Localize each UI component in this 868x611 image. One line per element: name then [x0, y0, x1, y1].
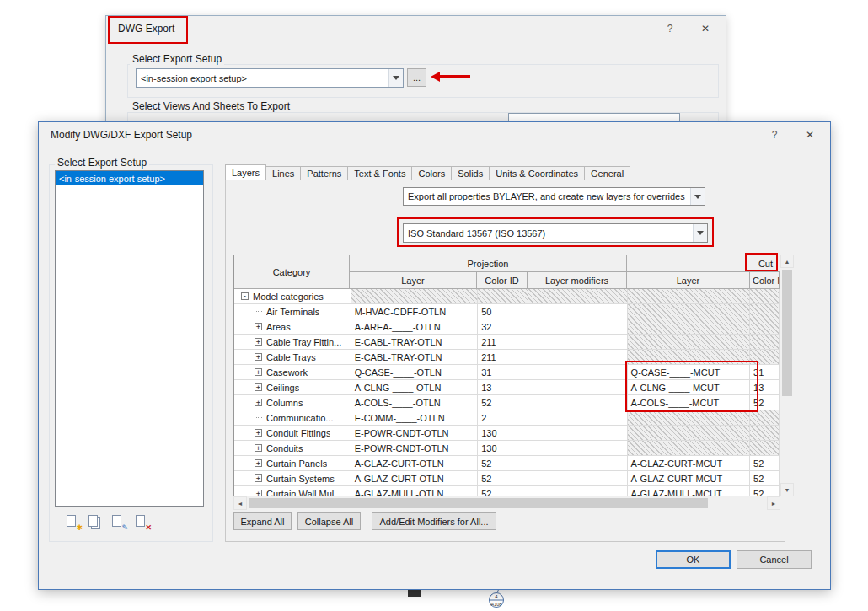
table-cell[interactable]: E-CABL-TRAY-OTLN [351, 335, 479, 350]
table-cell[interactable] [528, 486, 628, 496]
horizontal-scroll-thumb[interactable] [249, 498, 708, 508]
help-icon[interactable]: ? [662, 23, 678, 36]
table-cell[interactable] [528, 410, 628, 426]
table-cell[interactable]: 52 [478, 456, 528, 471]
table-cell[interactable]: A-COLS-____-OTLN [351, 395, 479, 410]
category-cell[interactable]: +Curtain Wall Mul... [234, 486, 351, 496]
chevron-down-icon[interactable] [693, 224, 707, 242]
table-cell[interactable]: A-GLAZ-CURT-MCUT [628, 456, 751, 471]
category-cell[interactable]: +Cable Trays [234, 350, 351, 365]
table-cell[interactable] [750, 410, 780, 426]
load-layers-dropdown[interactable]: ISO Standard 13567 (ISO 13567) [403, 223, 708, 243]
table-cell[interactable] [628, 335, 751, 350]
table-cell[interactable] [528, 365, 628, 380]
table-cell[interactable] [528, 335, 628, 350]
table-cell[interactable] [528, 380, 628, 395]
expand-all-button[interactable]: Expand All [233, 512, 292, 530]
table-cell[interactable]: 32 [478, 319, 528, 335]
table-cell[interactable]: 2 [478, 410, 528, 426]
horizontal-scrollbar[interactable]: ◄ ► [233, 496, 780, 510]
table-cell[interactable]: 52 [750, 395, 780, 410]
expand-icon[interactable]: + [255, 323, 262, 330]
tab-units-coordinates[interactable]: Units & Coordinates [489, 166, 585, 180]
table-cell[interactable] [528, 350, 628, 365]
table-cell[interactable]: A-GLAZ-CURT-OTLN [351, 456, 479, 471]
table-cell[interactable] [628, 410, 751, 426]
table-cell[interactable] [478, 289, 528, 304]
table-cell[interactable]: 13 [478, 380, 528, 395]
add-edit-modifiers-button[interactable]: Add/Edit Modifiers for All... [372, 512, 496, 530]
col-header-category[interactable]: Category [234, 255, 350, 289]
expand-icon[interactable]: + [255, 338, 262, 346]
expand-icon[interactable]: + [255, 474, 262, 482]
table-cell[interactable] [528, 304, 628, 319]
table-cell[interactable] [628, 441, 751, 456]
vertical-scroll-thumb[interactable] [782, 270, 792, 396]
table-cell[interactable]: 52 [478, 486, 528, 496]
scroll-left-icon[interactable]: ◄ [233, 496, 247, 510]
table-cell[interactable]: M-HVAC-CDFF-OTLN [351, 304, 479, 319]
table-cell[interactable] [528, 441, 628, 456]
table-cell[interactable] [750, 319, 780, 335]
table-cell[interactable] [750, 304, 780, 319]
table-cell[interactable] [750, 289, 780, 304]
tab-general[interactable]: General [584, 166, 630, 180]
table-cell[interactable]: 31 [478, 365, 528, 380]
category-cell[interactable]: +Curtain Systems [234, 471, 351, 486]
table-cell[interactable]: 52 [750, 471, 780, 486]
cancel-button[interactable]: Cancel [737, 550, 812, 569]
table-cell[interactable]: A-GLAZ-CURT-OTLN [351, 471, 479, 486]
table-cell[interactable] [628, 289, 751, 304]
table-cell[interactable] [750, 335, 780, 350]
col-header-proj-layer[interactable]: Layer [350, 272, 477, 289]
ok-button[interactable]: OK [656, 550, 731, 569]
table-cell[interactable]: 50 [478, 304, 528, 319]
expand-icon[interactable]: + [255, 444, 262, 452]
tab-lines[interactable]: Lines [265, 166, 301, 180]
col-header-cut[interactable]: Cut [627, 255, 780, 272]
category-cell[interactable]: +Columns [234, 395, 351, 410]
table-cell[interactable]: A-GLAZ-MULL-MCUT [628, 486, 751, 496]
tab-solids[interactable]: Solids [451, 166, 490, 180]
tab-patterns[interactable]: Patterns [300, 166, 348, 180]
table-cell[interactable]: A-CLNG-____-MCUT [628, 380, 751, 395]
tab-layers[interactable]: Layers [225, 164, 266, 180]
table-cell[interactable]: A-GLAZ-MULL-OTLN [351, 486, 479, 496]
chevron-down-icon[interactable] [690, 188, 705, 205]
expand-icon[interactable]: + [255, 490, 262, 496]
table-cell[interactable] [750, 426, 780, 441]
table-cell[interactable]: E-COMM-____-OTLN [351, 410, 479, 426]
close-icon[interactable]: ✕ [697, 23, 714, 36]
table-cell[interactable] [750, 441, 780, 456]
table-cell[interactable]: 130 [478, 426, 528, 441]
table-cell[interactable] [528, 471, 628, 486]
table-cell[interactable]: 52 [750, 456, 780, 471]
category-cell[interactable]: Air Terminals [234, 304, 351, 319]
table-cell[interactable] [528, 319, 628, 335]
collapse-all-button[interactable]: Collapse All [297, 512, 361, 530]
col-header-layer-modifiers[interactable]: Layer modifiers [528, 272, 627, 289]
table-cell[interactable]: Q-CASE-____-OTLN [351, 365, 479, 380]
table-cell[interactable]: 130 [478, 441, 528, 456]
tab-text-fonts[interactable]: Text & Fonts [347, 166, 412, 180]
export-layer-options-dropdown[interactable]: Export all properties BYLAYER, and creat… [403, 187, 705, 206]
table-cell[interactable] [351, 289, 479, 304]
horizontal-scroll-track[interactable] [247, 496, 767, 510]
category-cell[interactable]: +Casework [234, 365, 351, 380]
vertical-scrollbar[interactable]: ▲ ▼ [780, 255, 794, 496]
table-cell[interactable]: E-POWR-CNDT-OTLN [351, 426, 479, 441]
expand-icon[interactable]: + [255, 353, 262, 361]
table-cell[interactable] [628, 319, 751, 335]
table-cell[interactable] [528, 289, 628, 304]
col-header-cut-color-id[interactable]: Color ID [750, 272, 780, 289]
table-cell[interactable] [528, 426, 628, 441]
table-cell[interactable]: A-AREA-____-OTLN [351, 319, 479, 335]
category-cell[interactable]: +Conduits [234, 441, 351, 456]
tab-colors[interactable]: Colors [411, 166, 452, 180]
expand-icon[interactable]: + [255, 383, 262, 391]
table-cell[interactable]: A-CLNG-____-OTLN [351, 380, 479, 395]
help-icon[interactable]: ? [766, 129, 783, 142]
col-header-cut-layer[interactable]: Layer [627, 272, 750, 289]
table-cell[interactable]: 52 [750, 486, 780, 496]
table-cell[interactable]: 13 [750, 380, 780, 395]
